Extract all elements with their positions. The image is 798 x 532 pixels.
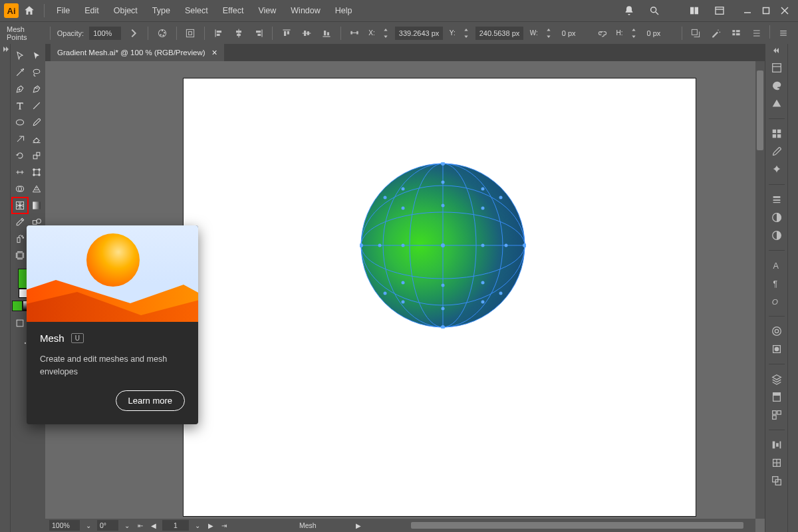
rotate-dropdown[interactable]: ⌄ xyxy=(122,521,132,530)
mesh-sphere-object[interactable] xyxy=(360,162,526,329)
vertical-scrollbar[interactable] xyxy=(755,61,765,519)
gradient-panel-button[interactable] xyxy=(768,209,785,225)
draw-mode-button[interactable] xyxy=(12,315,28,331)
free-transform-tool[interactable] xyxy=(29,164,45,180)
type-tool[interactable] xyxy=(12,98,28,114)
menu-type[interactable]: Type xyxy=(146,3,177,18)
align-left-button[interactable] xyxy=(211,25,226,41)
rotate-tool[interactable] xyxy=(12,148,28,164)
menu-window[interactable]: Window xyxy=(284,3,327,18)
menu-view[interactable]: View xyxy=(251,3,283,18)
asset-export-panel-button[interactable] xyxy=(768,389,785,405)
ellipse-tool[interactable] xyxy=(12,114,28,130)
curvature-tool[interactable] xyxy=(29,81,45,97)
x-stepper[interactable] xyxy=(378,25,394,41)
lasso-tool[interactable] xyxy=(29,65,45,80)
line-tool[interactable] xyxy=(29,98,45,114)
mesh-tool[interactable] xyxy=(12,198,28,213)
close-window-button[interactable] xyxy=(778,5,791,16)
artboard-next[interactable]: ▶ xyxy=(206,521,215,530)
align-panel-button[interactable] xyxy=(768,437,785,453)
menu-object[interactable]: Object xyxy=(107,3,144,18)
magic-wand-tool[interactable] xyxy=(12,65,28,80)
paintbrush-tool[interactable] xyxy=(29,114,45,130)
direct-selection-tool[interactable] xyxy=(29,48,45,64)
opacity-input[interactable] xyxy=(89,27,121,40)
link-wh-button[interactable] xyxy=(595,25,610,41)
isolate-button[interactable] xyxy=(688,25,703,41)
arrange-documents-button[interactable] xyxy=(685,1,704,20)
y-input[interactable] xyxy=(475,27,523,40)
pathfinder-panel-button[interactable] xyxy=(768,473,785,489)
color-mode-fill[interactable] xyxy=(12,301,23,311)
gradient-tool[interactable] xyxy=(29,198,45,213)
align-center-v-button[interactable] xyxy=(299,25,314,41)
search-button[interactable] xyxy=(645,1,664,20)
left-dock-collapse[interactable] xyxy=(0,44,11,532)
transform-panel-button[interactable] xyxy=(768,455,785,471)
artboards-panel-button[interactable] xyxy=(768,407,785,423)
scrollbar-thumb[interactable] xyxy=(411,522,743,529)
close-tab-button[interactable]: × xyxy=(212,47,217,58)
right-dock-collapse[interactable] xyxy=(787,44,798,532)
symbol-sprayer-tool[interactable] xyxy=(12,231,28,247)
character-panel-button[interactable]: A xyxy=(768,257,785,273)
opentype-panel-button[interactable]: O xyxy=(768,293,785,309)
x-input[interactable] xyxy=(395,27,443,40)
menu-file[interactable]: File xyxy=(50,3,76,18)
notifications-button[interactable] xyxy=(620,1,638,20)
width-tool[interactable] xyxy=(12,164,28,180)
artboard-nav-dropdown[interactable]: ⌄ xyxy=(193,521,202,530)
color-guide-panel-button[interactable] xyxy=(768,96,785,112)
shape-builder-tool[interactable] xyxy=(12,181,28,197)
zoom-select[interactable] xyxy=(49,520,80,531)
eraser-tool[interactable] xyxy=(29,131,45,147)
maximize-button[interactable] xyxy=(759,5,773,16)
y-stepper[interactable] xyxy=(458,25,474,41)
artboard-prev[interactable]: ◀ xyxy=(149,521,158,530)
artboard-number[interactable] xyxy=(162,520,189,531)
color-panel-button[interactable] xyxy=(768,78,785,94)
panel-options-button[interactable] xyxy=(775,25,791,41)
opacity-dropdown[interactable] xyxy=(126,25,141,41)
brushes-panel-button[interactable] xyxy=(768,144,785,160)
properties-panel-button[interactable] xyxy=(768,60,785,76)
home-button[interactable] xyxy=(20,1,39,20)
menu-select[interactable]: Select xyxy=(178,3,215,18)
perspective-tool[interactable] xyxy=(29,181,45,197)
transform-ref-button[interactable] xyxy=(348,25,362,41)
menu-help[interactable]: Help xyxy=(329,3,359,18)
selection-tool[interactable] xyxy=(12,48,28,64)
horizontal-scrollbar[interactable] xyxy=(371,521,751,529)
align-right-button[interactable] xyxy=(251,25,266,41)
workspace-button[interactable] xyxy=(710,1,729,20)
menu-effect[interactable]: Effect xyxy=(216,3,251,18)
swatches-panel-button[interactable] xyxy=(768,126,785,142)
menu-edit[interactable]: Edit xyxy=(78,3,106,18)
panel-menu-2[interactable] xyxy=(748,25,764,41)
align-bottom-button[interactable] xyxy=(319,25,334,41)
artboard[interactable] xyxy=(184,78,696,516)
transparency-panel-button[interactable] xyxy=(768,227,785,243)
appearance-panel-button[interactable] xyxy=(768,323,785,339)
symbols-panel-button[interactable] xyxy=(768,162,785,178)
edit-similar-button[interactable] xyxy=(708,25,723,41)
pen-tool[interactable] xyxy=(12,81,28,97)
status-play[interactable]: ▶ xyxy=(354,521,363,530)
artboard-last[interactable]: ⇥ xyxy=(219,521,229,530)
minimize-button[interactable] xyxy=(741,5,754,16)
recolor-button[interactable] xyxy=(155,25,170,41)
scrollbar-thumb[interactable] xyxy=(757,70,763,150)
document-tab[interactable]: Gradient Mesh.ai* @ 100 % (RGB/Preview) … xyxy=(51,44,224,61)
panel-menu-1[interactable] xyxy=(728,25,744,41)
rotate-select[interactable] xyxy=(97,520,118,531)
scale-tool[interactable] xyxy=(29,148,45,164)
zoom-dropdown[interactable]: ⌄ xyxy=(84,521,93,530)
stroke-panel-button[interactable] xyxy=(768,192,785,207)
paragraph-panel-button[interactable]: ¶ xyxy=(768,275,785,291)
layers-panel-button[interactable] xyxy=(768,371,785,387)
artboard-first[interactable]: ⇤ xyxy=(136,521,145,530)
align-to-button[interactable] xyxy=(184,25,198,41)
align-top-button[interactable] xyxy=(279,25,294,41)
learn-more-button[interactable]: Learn more xyxy=(116,390,185,411)
